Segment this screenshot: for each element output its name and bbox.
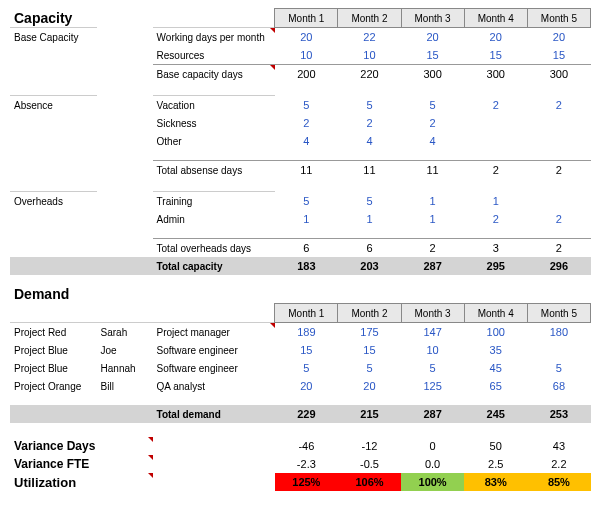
cell[interactable]: 300 [401, 65, 464, 84]
cell[interactable]: 2 [527, 96, 590, 115]
cell[interactable]: 2.5 [464, 455, 527, 473]
cell[interactable]: 2 [401, 239, 464, 258]
cell[interactable]: -12 [338, 437, 401, 455]
cell[interactable]: 5 [338, 359, 401, 377]
cell[interactable]: 245 [464, 405, 527, 423]
cell[interactable]: 220 [338, 65, 401, 84]
cell[interactable]: 5 [338, 96, 401, 115]
cell[interactable]: 2 [464, 96, 527, 115]
cell[interactable]: 5 [275, 359, 338, 377]
cell[interactable]: 5 [275, 96, 338, 115]
cell[interactable]: 2 [464, 210, 527, 228]
cell[interactable]: 20 [338, 377, 401, 395]
cell[interactable]: 15 [464, 46, 527, 65]
cell[interactable]: 50 [464, 437, 527, 455]
cell[interactable]: 1 [338, 210, 401, 228]
cell[interactable]: 180 [527, 323, 590, 342]
cell[interactable] [527, 114, 590, 132]
cell[interactable]: 68 [527, 377, 590, 395]
cell[interactable]: 203 [338, 257, 401, 275]
cell[interactable]: 2 [527, 161, 590, 180]
cell[interactable]: 1 [275, 210, 338, 228]
demand-heading: Demand [10, 285, 275, 304]
cell[interactable]: 1 [401, 210, 464, 228]
cell[interactable]: 287 [401, 405, 464, 423]
cell[interactable]: 35 [464, 341, 527, 359]
cell[interactable]: 2 [338, 114, 401, 132]
cell[interactable]: 2 [527, 239, 590, 258]
cell[interactable]: 10 [401, 341, 464, 359]
cell[interactable]: 15 [338, 341, 401, 359]
cell[interactable]: 100 [464, 323, 527, 342]
utilization-cell[interactable]: 83% [464, 473, 527, 491]
cell[interactable]: 15 [527, 46, 590, 65]
cell[interactable] [464, 114, 527, 132]
cell[interactable]: 175 [338, 323, 401, 342]
row-label: Resources [153, 46, 275, 65]
cell[interactable]: 20 [464, 28, 527, 47]
cell[interactable]: 125 [401, 377, 464, 395]
cell[interactable] [527, 341, 590, 359]
cell[interactable]: 2 [527, 210, 590, 228]
cell[interactable]: 1 [464, 192, 527, 211]
cell[interactable]: 5 [527, 359, 590, 377]
cell[interactable]: 11 [338, 161, 401, 180]
cell[interactable]: 11 [275, 161, 338, 180]
cell[interactable] [527, 132, 590, 150]
cell[interactable] [464, 132, 527, 150]
cell[interactable]: 2 [275, 114, 338, 132]
cell[interactable]: 296 [527, 257, 590, 275]
cell[interactable]: 147 [401, 323, 464, 342]
utilization-cell[interactable]: 85% [527, 473, 590, 491]
month-header: Month 5 [527, 304, 590, 323]
cell[interactable]: 0 [401, 437, 464, 455]
cell[interactable]: 200 [275, 65, 338, 84]
utilization-cell[interactable]: 106% [338, 473, 401, 491]
cell[interactable]: 4 [275, 132, 338, 150]
cell[interactable]: 229 [275, 405, 338, 423]
cell[interactable]: 183 [275, 257, 338, 275]
cell[interactable] [527, 192, 590, 211]
cell[interactable]: 22 [338, 28, 401, 47]
cell[interactable]: -46 [275, 437, 338, 455]
cell[interactable]: 20 [275, 28, 338, 47]
cell[interactable]: 43 [527, 437, 590, 455]
cell[interactable]: 189 [275, 323, 338, 342]
cell[interactable]: 253 [527, 405, 590, 423]
cell[interactable]: 287 [401, 257, 464, 275]
cell[interactable]: 2 [401, 114, 464, 132]
cell[interactable]: 65 [464, 377, 527, 395]
utilization-cell[interactable]: 100% [401, 473, 464, 491]
cell[interactable]: 1 [401, 192, 464, 211]
row-label: Base capacity days [153, 65, 275, 84]
cell[interactable]: 300 [527, 65, 590, 84]
cell[interactable]: 11 [401, 161, 464, 180]
cell[interactable]: 20 [275, 377, 338, 395]
cell[interactable]: -2.3 [275, 455, 338, 473]
cell[interactable]: 5 [401, 359, 464, 377]
cell[interactable]: 3 [464, 239, 527, 258]
cell[interactable]: 6 [275, 239, 338, 258]
cell[interactable]: 5 [275, 192, 338, 211]
cell[interactable]: -0.5 [338, 455, 401, 473]
cell[interactable]: 20 [527, 28, 590, 47]
cell[interactable]: 10 [338, 46, 401, 65]
person-label: Bill [97, 377, 153, 395]
cell[interactable]: 15 [401, 46, 464, 65]
cell[interactable]: 10 [275, 46, 338, 65]
cell[interactable]: 0.0 [401, 455, 464, 473]
cell[interactable]: 4 [401, 132, 464, 150]
cell[interactable]: 15 [275, 341, 338, 359]
cell[interactable]: 20 [401, 28, 464, 47]
cell[interactable]: 215 [338, 405, 401, 423]
cell[interactable]: 5 [338, 192, 401, 211]
cell[interactable]: 5 [401, 96, 464, 115]
cell[interactable]: 295 [464, 257, 527, 275]
cell[interactable]: 2.2 [527, 455, 590, 473]
utilization-cell[interactable]: 125% [275, 473, 338, 491]
cell[interactable]: 6 [338, 239, 401, 258]
cell[interactable]: 300 [464, 65, 527, 84]
cell[interactable]: 45 [464, 359, 527, 377]
cell[interactable]: 4 [338, 132, 401, 150]
cell[interactable]: 2 [464, 161, 527, 180]
